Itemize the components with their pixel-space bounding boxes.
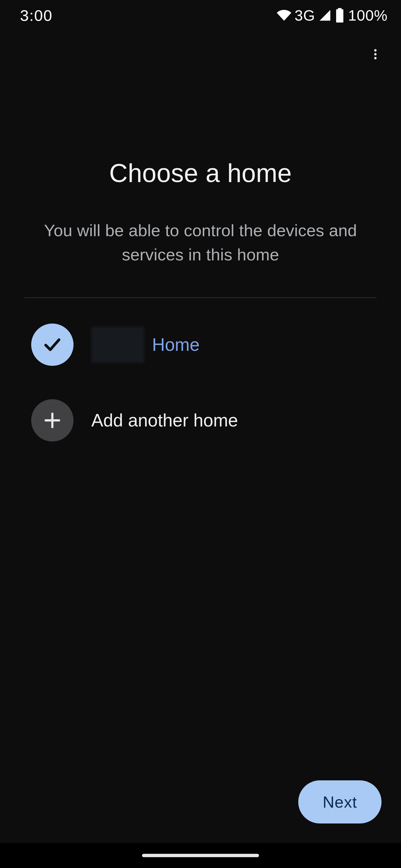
status-network-type: 3G (295, 7, 315, 24)
svg-point-0 (374, 49, 377, 52)
status-right-cluster: 3G 100% (277, 7, 388, 24)
add-indicator (31, 399, 74, 441)
add-home-label-wrap: Add another home (91, 410, 238, 431)
content-area: Choose a home You will be able to contro… (0, 78, 401, 868)
status-battery-percent: 100% (348, 7, 388, 24)
home-options-list: Home Add another home (25, 313, 376, 452)
status-bar: 3:00 3G 100% (0, 0, 401, 31)
svg-point-2 (374, 57, 377, 60)
wifi-icon (277, 8, 291, 23)
page-title: Choose a home (25, 159, 376, 188)
svg-point-1 (374, 53, 377, 56)
cellular-signal-icon (319, 9, 332, 22)
app-bar (0, 31, 401, 78)
add-home-label: Add another home (91, 410, 238, 431)
plus-icon (42, 410, 62, 430)
home-option-label-wrap: Home (91, 327, 200, 363)
system-navigation-bar (0, 843, 401, 868)
page-subtitle: You will be able to control the devices … (25, 218, 376, 267)
overflow-menu-button[interactable] (362, 41, 389, 68)
home-option-selected[interactable]: Home (25, 313, 376, 376)
screen-root: 3:00 3G 100% Choose a home You will be a… (0, 0, 401, 868)
bottom-actions: Next (298, 780, 381, 824)
battery-icon (335, 8, 345, 23)
gesture-nav-handle[interactable] (142, 854, 259, 857)
more-vert-icon (369, 48, 382, 61)
home-option-label: Home (152, 334, 200, 355)
next-button[interactable]: Next (298, 780, 381, 824)
check-icon (42, 335, 62, 355)
add-home-option[interactable]: Add another home (25, 389, 376, 452)
redacted-home-name (91, 327, 144, 363)
status-time: 3:00 (20, 6, 53, 25)
selected-indicator (31, 323, 74, 366)
divider (25, 298, 376, 298)
